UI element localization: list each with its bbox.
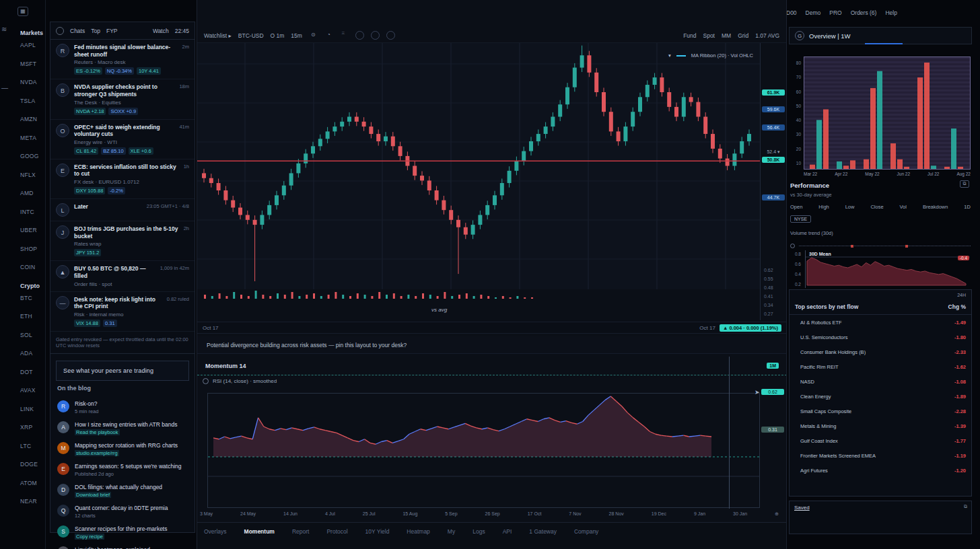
bottom-bar-item[interactable]: API (503, 528, 512, 535)
news-item[interactable]: JBOJ trims JGB purchases in the 5-10y bu… (50, 221, 195, 261)
table-row[interactable]: Metals & Mining-1.39 (790, 418, 971, 433)
radio-icon[interactable] (790, 244, 795, 248)
time-tick[interactable]: 28 Nov (609, 511, 624, 517)
ticker-chip[interactable]: CL 81.42 (74, 147, 98, 155)
rail-ticker[interactable]: ETH (20, 313, 45, 320)
rail-ticker[interactable]: AMZN (20, 116, 45, 122)
bottom-bar-item[interactable]: 10Y Yield (365, 528, 390, 535)
watch-link[interactable]: Watch (153, 28, 169, 34)
price-axis[interactable]: 61.9K59.6K56.4K52.4 ▾50.8K44.7K0.620.550… (760, 43, 787, 320)
performance-tab[interactable]: High (818, 204, 829, 210)
time-tick[interactable]: 4 Jul (325, 511, 335, 517)
bottom-bar-item[interactable]: Company (574, 528, 598, 535)
circle-tool-icon[interactable] (355, 31, 364, 40)
performance-tab[interactable]: Vol (900, 204, 907, 210)
time-tick[interactable]: 25 Jul (363, 511, 376, 517)
news-item[interactable]: RFed minutes signal slower balance-sheet… (50, 40, 195, 79)
performance-tab[interactable]: Open (790, 204, 802, 210)
indicator-dot-icon[interactable] (203, 378, 209, 384)
table-row[interactable]: NASD-1.08 (790, 374, 971, 389)
toolbar-left-item[interactable]: O 1m (271, 32, 285, 39)
rail-ticker[interactable]: NVDA (20, 79, 45, 85)
copy-icon[interactable]: ⧉ (964, 504, 967, 509)
performance-tab[interactable]: Low (845, 204, 855, 210)
time-tick[interactable]: 15 Aug (403, 511, 417, 517)
toolbar-right-item[interactable]: MM (722, 32, 731, 39)
table-row[interactable]: Frontier Markets Screened EMEA-1.19 (790, 448, 971, 463)
tab-chats[interactable]: Chats (70, 28, 85, 34)
ticker-chip[interactable]: SOXX +0.9 (108, 108, 138, 115)
circle-tool-icon[interactable] (371, 31, 380, 40)
performance-tab[interactable]: Breakdown (923, 204, 948, 210)
minus-icon[interactable]: — (1, 84, 13, 92)
rail-ticker[interactable]: ATOM (20, 480, 45, 486)
table-row[interactable]: Clean Energy-1.89 (790, 389, 971, 404)
rail-ticker[interactable]: MSFT (20, 61, 45, 67)
global-menu-item[interactable]: Demo (806, 9, 821, 16)
toolbar-right-item[interactable]: Spot (703, 32, 715, 39)
table-row[interactable]: Pacific Rim REIT-1.62 (790, 359, 971, 374)
rail-ticker[interactable]: NEAR (20, 498, 45, 505)
rail-ticker[interactable]: BTC (20, 295, 45, 301)
news-item[interactable]: LLater23:05 GMT+1 · 4/8 (50, 199, 195, 221)
performance-tab[interactable]: 1D (964, 204, 971, 210)
rail-ticker[interactable]: COIN (20, 264, 45, 270)
layers-icon[interactable]: ㆔ (340, 31, 349, 40)
bottom-bar-item[interactable]: Report (292, 528, 310, 535)
bottom-bar-item[interactable]: Heatmap (407, 528, 430, 535)
news-item[interactable]: OOPEC+ said to weigh extending voluntary… (50, 120, 195, 159)
time-tick[interactable]: 30 Jan (733, 511, 747, 517)
time-tick[interactable]: 14 Jun (283, 511, 298, 517)
community-item[interactable]: DDOL filings: what actually changedDownl… (50, 480, 195, 501)
toolbar-left-item[interactable]: BTC-USD (238, 32, 264, 39)
bottom-bar-item[interactable]: Protocol (326, 528, 347, 535)
community-link[interactable]: Copy recipe (75, 534, 104, 540)
rail-ticker[interactable]: DOT (20, 369, 45, 375)
rail-ticker[interactable]: ADA (20, 350, 45, 357)
interval-chip[interactable]: 1M (767, 363, 779, 369)
time-tick[interactable]: 24 May (240, 511, 256, 517)
community-banner[interactable]: See what your peers are trading (56, 361, 189, 381)
table-row[interactable]: Small Caps Composite-2.28 (790, 404, 971, 418)
alarm-icon[interactable]: ◔ (324, 31, 333, 40)
expand-icon[interactable]: ⧉ (960, 180, 969, 188)
table-header-right[interactable]: Chg % (948, 303, 966, 310)
ticker-chip[interactable]: NVDA +2.18 (74, 108, 106, 115)
news-item[interactable]: BNVDA supplier checks point to stronger … (50, 79, 195, 119)
community-item[interactable]: SScanner recipes for thin pre-marketsCop… (50, 522, 195, 543)
exchange-chip[interactable]: NYSE (790, 215, 811, 223)
bottom-bar-item[interactable]: Overlays (204, 528, 227, 535)
toolbar-left-item[interactable]: Watchlist ▸ (204, 32, 232, 39)
global-menu-item[interactable]: D00 (786, 9, 797, 16)
waves-icon[interactable]: ≋ (1, 26, 13, 33)
toolbar-right-item[interactable]: Fund (683, 32, 696, 39)
saved-panel[interactable]: Saved ⧉ (789, 501, 972, 534)
oscillator-chart[interactable] (207, 393, 760, 508)
ticker-chip[interactable]: ES -0.12% (74, 67, 102, 75)
news-item[interactable]: —Desk note: keep risk light into the CPI… (50, 292, 195, 332)
ticker-chip[interactable]: 0.31 (103, 320, 117, 327)
rail-ticker[interactable]: INTC (20, 209, 45, 215)
toolbar-left-item[interactable]: 15m (291, 32, 302, 39)
time-tick[interactable]: 3 May (200, 511, 213, 517)
ticker-chip[interactable]: 10Y 4.41 (137, 67, 161, 75)
table-row[interactable]: Agri Futures-1.20 (790, 463, 971, 478)
rail-ticker[interactable]: UBER (20, 227, 45, 233)
community-link[interactable]: Download brief (75, 492, 111, 498)
time-tick[interactable]: 19 Dec (652, 511, 666, 517)
rail-ticker[interactable]: TSLA (20, 98, 45, 104)
table-row[interactable]: U.S. Semiconductors-1.80 (790, 330, 971, 344)
rail-ticker[interactable]: SHOP (20, 246, 45, 252)
calendar-icon[interactable]: ⊕ (775, 511, 779, 517)
rail-ticker[interactable]: AVAX (20, 387, 45, 394)
community-item[interactable]: EEarnings season: 5 setups we're watchin… (50, 460, 195, 480)
bar-chart[interactable] (804, 57, 971, 170)
time-axis[interactable]: 3 May24 May14 Jun4 Jul25 Jul15 Aug5 Sep2… (200, 511, 779, 517)
bottom-bar-item[interactable]: 1 Gateway (529, 528, 557, 535)
rail-ticker[interactable]: XRP (20, 424, 45, 431)
candlestick-chart[interactable] (197, 43, 760, 289)
right-panel-header[interactable]: G Overview | 1W (789, 27, 972, 44)
rail-ticker[interactable]: LINK (20, 406, 45, 412)
bottom-bar-item[interactable]: My (448, 528, 455, 535)
table-row[interactable]: AI & Robotics ETF-1.49 (790, 315, 971, 330)
